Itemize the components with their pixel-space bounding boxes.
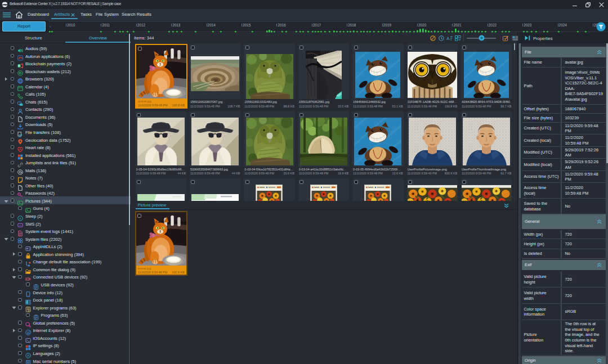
svg-text:A: A (27, 354, 29, 357)
svg-text:z: z (20, 217, 21, 220)
svg-text:B: B (18, 64, 20, 68)
svg-text:A: A (446, 36, 450, 41)
svg-text:B: B (19, 71, 22, 75)
